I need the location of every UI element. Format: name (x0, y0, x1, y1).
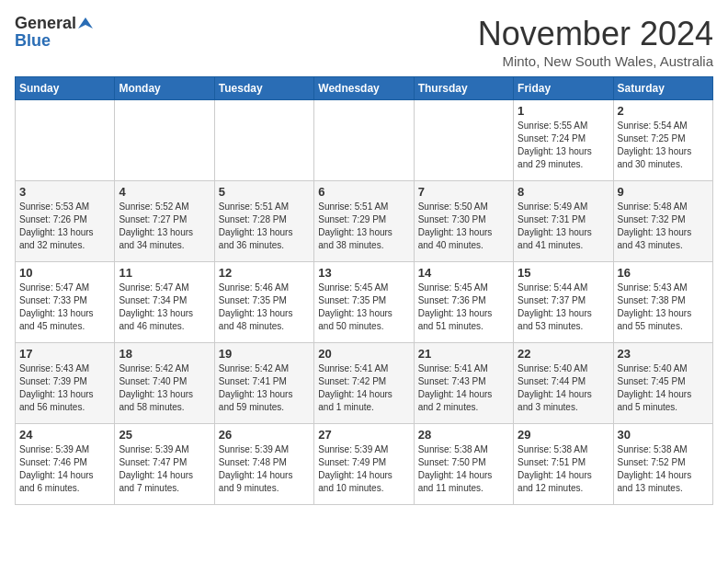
day-info: Sunrise: 5:44 AM Sunset: 7:37 PM Dayligh… (518, 282, 609, 333)
calendar-week-4: 17Sunrise: 5:43 AM Sunset: 7:39 PM Dayli… (16, 343, 713, 424)
day-info: Sunrise: 5:47 AM Sunset: 7:34 PM Dayligh… (119, 282, 210, 333)
day-number: 13 (318, 266, 409, 280)
calendar-cell (414, 100, 513, 181)
day-number: 3 (19, 185, 110, 199)
calendar-cell: 17Sunrise: 5:43 AM Sunset: 7:39 PM Dayli… (16, 343, 115, 424)
day-info: Sunrise: 5:46 AM Sunset: 7:35 PM Dayligh… (219, 282, 310, 333)
calendar-week-2: 3Sunrise: 5:53 AM Sunset: 7:26 PM Daylig… (16, 181, 713, 262)
day-number: 24 (19, 428, 110, 442)
day-number: 21 (418, 347, 509, 361)
calendar-cell: 23Sunrise: 5:40 AM Sunset: 7:45 PM Dayli… (613, 343, 712, 424)
day-header-monday: Monday (115, 77, 214, 100)
day-info: Sunrise: 5:42 AM Sunset: 7:41 PM Dayligh… (219, 362, 310, 414)
day-number: 16 (618, 266, 709, 280)
day-number: 15 (518, 266, 609, 280)
day-info: Sunrise: 5:38 AM Sunset: 7:51 PM Dayligh… (518, 443, 609, 495)
day-info: Sunrise: 5:55 AM Sunset: 7:24 PM Dayligh… (518, 120, 609, 171)
day-number: 25 (119, 428, 210, 442)
day-number: 22 (518, 347, 609, 361)
day-info: Sunrise: 5:39 AM Sunset: 7:48 PM Dayligh… (219, 443, 310, 495)
logo-blue-text: Blue (15, 31, 51, 51)
logo-bird-icon (78, 16, 93, 30)
calendar-cell: 26Sunrise: 5:39 AM Sunset: 7:48 PM Dayli… (214, 424, 313, 505)
day-number: 4 (119, 185, 210, 199)
day-info: Sunrise: 5:53 AM Sunset: 7:26 PM Dayligh… (19, 201, 110, 252)
day-info: Sunrise: 5:38 AM Sunset: 7:50 PM Dayligh… (418, 443, 509, 495)
day-info: Sunrise: 5:41 AM Sunset: 7:43 PM Dayligh… (418, 362, 509, 414)
day-header-wednesday: Wednesday (314, 77, 414, 100)
day-number: 20 (318, 347, 409, 361)
day-number: 7 (418, 185, 509, 199)
day-info: Sunrise: 5:54 AM Sunset: 7:25 PM Dayligh… (618, 120, 709, 171)
day-number: 18 (119, 347, 210, 361)
calendar-week-3: 10Sunrise: 5:47 AM Sunset: 7:33 PM Dayli… (16, 262, 713, 343)
day-number: 6 (318, 185, 409, 199)
svg-marker-0 (78, 17, 93, 29)
calendar-cell: 3Sunrise: 5:53 AM Sunset: 7:26 PM Daylig… (16, 181, 115, 262)
day-number: 10 (19, 266, 110, 280)
calendar-cell: 16Sunrise: 5:43 AM Sunset: 7:38 PM Dayli… (613, 262, 712, 343)
calendar-cell: 9Sunrise: 5:48 AM Sunset: 7:32 PM Daylig… (613, 181, 712, 262)
calendar-cell: 1Sunrise: 5:55 AM Sunset: 7:24 PM Daylig… (514, 100, 613, 181)
calendar-cell: 14Sunrise: 5:45 AM Sunset: 7:36 PM Dayli… (414, 262, 513, 343)
day-header-thursday: Thursday (414, 77, 513, 100)
day-number: 27 (318, 428, 409, 442)
day-header-saturday: Saturday (613, 77, 712, 100)
day-info: Sunrise: 5:39 AM Sunset: 7:49 PM Dayligh… (318, 443, 409, 495)
day-info: Sunrise: 5:49 AM Sunset: 7:31 PM Dayligh… (518, 201, 609, 252)
calendar-cell: 12Sunrise: 5:46 AM Sunset: 7:35 PM Dayli… (214, 262, 313, 343)
calendar-header-row: SundayMondayTuesdayWednesdayThursdayFrid… (16, 77, 713, 100)
calendar-cell: 7Sunrise: 5:50 AM Sunset: 7:30 PM Daylig… (414, 181, 513, 262)
calendar-cell: 22Sunrise: 5:40 AM Sunset: 7:44 PM Dayli… (514, 343, 613, 424)
calendar-cell: 2Sunrise: 5:54 AM Sunset: 7:25 PM Daylig… (613, 100, 712, 181)
day-number: 5 (219, 185, 310, 199)
day-header-tuesday: Tuesday (214, 77, 313, 100)
day-number: 29 (518, 428, 609, 442)
day-number: 30 (618, 428, 709, 442)
calendar-table: SundayMondayTuesdayWednesdayThursdayFrid… (15, 76, 713, 505)
calendar-cell: 27Sunrise: 5:39 AM Sunset: 7:49 PM Dayli… (314, 424, 414, 505)
day-info: Sunrise: 5:40 AM Sunset: 7:45 PM Dayligh… (618, 362, 709, 414)
day-info: Sunrise: 5:51 AM Sunset: 7:28 PM Dayligh… (219, 201, 310, 252)
calendar-cell: 6Sunrise: 5:51 AM Sunset: 7:29 PM Daylig… (314, 181, 414, 262)
page-header: General Blue November 2024 Minto, New So… (15, 15, 713, 69)
calendar-cell: 10Sunrise: 5:47 AM Sunset: 7:33 PM Dayli… (16, 262, 115, 343)
calendar-cell: 19Sunrise: 5:42 AM Sunset: 7:41 PM Dayli… (214, 343, 313, 424)
calendar-cell (214, 100, 313, 181)
day-number: 23 (618, 347, 709, 361)
calendar-cell: 30Sunrise: 5:38 AM Sunset: 7:52 PM Dayli… (613, 424, 712, 505)
day-number: 2 (618, 104, 709, 118)
calendar-week-1: 1Sunrise: 5:55 AM Sunset: 7:24 PM Daylig… (16, 100, 713, 181)
location-subtitle: Minto, New South Wales, Australia (478, 53, 713, 69)
day-number: 14 (418, 266, 509, 280)
day-info: Sunrise: 5:45 AM Sunset: 7:35 PM Dayligh… (318, 282, 409, 333)
day-info: Sunrise: 5:48 AM Sunset: 7:32 PM Dayligh… (618, 201, 709, 252)
calendar-cell (115, 100, 214, 181)
day-number: 9 (618, 185, 709, 199)
calendar-cell: 28Sunrise: 5:38 AM Sunset: 7:50 PM Dayli… (414, 424, 513, 505)
calendar-cell: 20Sunrise: 5:41 AM Sunset: 7:42 PM Dayli… (314, 343, 414, 424)
calendar-week-5: 24Sunrise: 5:39 AM Sunset: 7:46 PM Dayli… (16, 424, 713, 505)
calendar-cell: 8Sunrise: 5:49 AM Sunset: 7:31 PM Daylig… (514, 181, 613, 262)
calendar-cell: 25Sunrise: 5:39 AM Sunset: 7:47 PM Dayli… (115, 424, 214, 505)
day-header-friday: Friday (514, 77, 613, 100)
day-number: 8 (518, 185, 609, 199)
calendar-cell: 13Sunrise: 5:45 AM Sunset: 7:35 PM Dayli… (314, 262, 414, 343)
day-number: 12 (219, 266, 310, 280)
calendar-cell: 15Sunrise: 5:44 AM Sunset: 7:37 PM Dayli… (514, 262, 613, 343)
day-info: Sunrise: 5:39 AM Sunset: 7:46 PM Dayligh… (19, 443, 110, 495)
day-info: Sunrise: 5:42 AM Sunset: 7:40 PM Dayligh… (119, 362, 210, 414)
day-info: Sunrise: 5:40 AM Sunset: 7:44 PM Dayligh… (518, 362, 609, 414)
calendar-cell: 5Sunrise: 5:51 AM Sunset: 7:28 PM Daylig… (214, 181, 313, 262)
calendar-cell: 11Sunrise: 5:47 AM Sunset: 7:34 PM Dayli… (115, 262, 214, 343)
calendar-cell: 18Sunrise: 5:42 AM Sunset: 7:40 PM Dayli… (115, 343, 214, 424)
day-number: 19 (219, 347, 310, 361)
day-info: Sunrise: 5:41 AM Sunset: 7:42 PM Dayligh… (318, 362, 409, 414)
day-number: 28 (418, 428, 509, 442)
calendar-cell: 29Sunrise: 5:38 AM Sunset: 7:51 PM Dayli… (514, 424, 613, 505)
day-info: Sunrise: 5:43 AM Sunset: 7:38 PM Dayligh… (618, 282, 709, 333)
day-info: Sunrise: 5:38 AM Sunset: 7:52 PM Dayligh… (618, 443, 709, 495)
calendar-cell: 24Sunrise: 5:39 AM Sunset: 7:46 PM Dayli… (16, 424, 115, 505)
day-number: 26 (219, 428, 310, 442)
day-header-sunday: Sunday (16, 77, 115, 100)
